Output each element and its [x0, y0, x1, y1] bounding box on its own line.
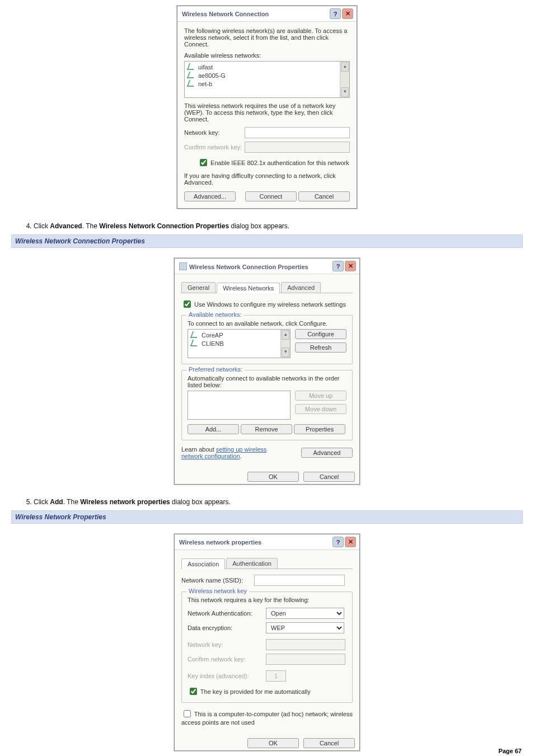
titlebar: Wireless Network Connection ? ✕	[177, 6, 357, 22]
ieee-checkbox[interactable]	[200, 159, 207, 166]
chevron-down-icon[interactable]: ▾	[282, 348, 289, 357]
confirm-key-input	[245, 142, 350, 153]
close-icon[interactable]: ✕	[345, 261, 356, 271]
section-heading: Wireless Network Properties	[11, 510, 523, 524]
list-item[interactable]: uifast	[187, 63, 347, 71]
available-networks-group: Available networks: To connect to an ava…	[181, 315, 353, 364]
adhoc-checkbox[interactable]	[184, 710, 191, 717]
close-icon[interactable]: ✕	[345, 537, 356, 547]
adhoc-label: This is a computer-to-computer (ad hoc) …	[181, 711, 353, 726]
list-item[interactable]: CoreAP	[190, 331, 288, 339]
learn-about-text: Learn about setting up wireless network …	[181, 446, 288, 459]
tab-association[interactable]: Association	[181, 558, 225, 569]
ieee-label: Enable IEEE 802.1x authentication for th…	[210, 159, 349, 166]
key-index-spinner: 1	[266, 670, 286, 682]
help-icon[interactable]: ?	[332, 537, 344, 547]
help-icon[interactable]: ?	[332, 261, 344, 271]
signal-icon	[187, 72, 196, 78]
window-icon	[179, 262, 187, 270]
auth-select[interactable]: Open	[266, 608, 344, 619]
step-5: Click Add. The Wireless network properti…	[34, 498, 523, 506]
dialog-title: Wireless Network Connection	[182, 11, 269, 17]
tab-authentication[interactable]: Authentication	[226, 558, 278, 569]
titlebar: Wireless network properties ? ✕	[175, 534, 359, 550]
ok-button[interactable]: OK	[247, 738, 299, 748]
network-key-label: Network key:	[184, 129, 245, 136]
move-up-button: Move up	[295, 391, 346, 401]
connection-properties-dialog: Wireless Network Connection Properties ?…	[174, 258, 360, 485]
titlebar: Wireless Network Connection Properties ?…	[175, 259, 359, 274]
signal-icon	[190, 340, 199, 346]
step-4: Click Advanced. The Wireless Network Con…	[34, 222, 523, 230]
chevron-up-icon[interactable]: ▴	[282, 330, 289, 340]
list-item[interactable]: net-b	[187, 79, 347, 88]
ssid-label: Network name (SSID):	[181, 577, 254, 584]
connect-button[interactable]: Connect	[245, 191, 297, 201]
section-heading: Wireless Network Connection Properties	[11, 234, 523, 248]
tab-advanced[interactable]: Advanced	[281, 282, 321, 293]
tab-wireless-networks[interactable]: Wireless Networks	[217, 283, 280, 293]
preferred-text: Automatically connect to available netwo…	[188, 375, 346, 388]
ok-button[interactable]: OK	[247, 472, 299, 482]
add-button[interactable]: Add...	[188, 424, 239, 434]
properties-button[interactable]: Properties	[294, 424, 345, 434]
available-legend: Available networks:	[186, 311, 244, 318]
configure-button[interactable]: Configure	[295, 329, 346, 339]
refresh-button[interactable]: Refresh	[295, 342, 346, 353]
confirm-net-key-label: Confirm network key:	[188, 656, 266, 663]
key-index-label: Key index (advanced):	[188, 673, 266, 679]
available-list[interactable]: CoreAP CLIENB ▴▾	[188, 329, 291, 358]
network-properties-dialog: Wireless network properties ? ✕ Associat…	[174, 534, 360, 751]
preferred-networks-group: Preferred networks: Automatically connec…	[181, 370, 353, 440]
net-key-label: Network key:	[188, 641, 266, 648]
enc-label: Data encryption:	[188, 624, 266, 631]
list-item[interactable]: ae8005-G	[187, 71, 347, 79]
enc-select[interactable]: WEP	[266, 622, 344, 633]
chevron-down-icon[interactable]: ▾	[341, 87, 349, 97]
signal-icon	[187, 63, 196, 70]
use-windows-label: Use Windows to configure my wireless net…	[194, 301, 346, 308]
intro-text: The following wireless network(s) are av…	[184, 27, 350, 48]
list-item[interactable]: CLIENB	[190, 339, 288, 348]
advanced-button[interactable]: Advanced	[301, 448, 353, 458]
page-number: Page 67	[498, 748, 522, 754]
available-networks-list[interactable]: uifast ae8005-G net-b ▴▾	[184, 61, 350, 98]
scrollbar[interactable]: ▴▾	[340, 62, 349, 97]
scrollbar[interactable]: ▴▾	[280, 330, 290, 358]
requires-key-text: This network requires a key for the foll…	[188, 597, 346, 603]
advanced-button[interactable]: Advanced...	[184, 191, 236, 201]
instruction-list: Click Add. The Wireless network properti…	[11, 498, 523, 506]
preferred-list[interactable]	[188, 391, 291, 420]
wireless-key-group: Wireless network key This network requir…	[181, 591, 353, 703]
close-icon[interactable]: ✕	[342, 8, 353, 19]
available-text: To connect to an available network, clic…	[188, 320, 346, 327]
instruction-list: Click Advanced. The Wireless Network Con…	[11, 222, 523, 230]
move-down-button: Move down	[295, 404, 346, 414]
cancel-button[interactable]: Cancel	[303, 472, 355, 482]
cancel-button[interactable]: Cancel	[303, 738, 355, 748]
network-key-input[interactable]	[245, 127, 350, 138]
available-label: Available wireless networks:	[184, 52, 350, 59]
remove-button[interactable]: Remove	[241, 424, 292, 434]
dialog-title: Wireless Network Connection Properties	[179, 262, 308, 270]
tab-strip: General Wireless Networks Advanced	[181, 282, 353, 293]
use-windows-checkbox[interactable]	[184, 300, 191, 308]
preferred-legend: Preferred networks:	[186, 366, 245, 373]
confirm-net-key-input	[266, 654, 345, 665]
signal-icon	[187, 80, 196, 87]
wnk-legend: Wireless network key	[186, 588, 249, 594]
net-key-input	[266, 639, 345, 650]
tab-strip: Association Authentication	[181, 558, 353, 569]
tab-general[interactable]: General	[181, 282, 216, 293]
auto-key-checkbox[interactable]	[190, 688, 197, 695]
dialog-title: Wireless network properties	[179, 539, 261, 546]
help-icon[interactable]: ?	[330, 8, 341, 19]
auto-key-label: The key is provided for me automatically	[200, 688, 311, 695]
wep-note: This wireless network requires the use o…	[184, 102, 350, 123]
advanced-note: If you are having difficulty connecting …	[184, 172, 350, 186]
cancel-button[interactable]: Cancel	[298, 191, 350, 201]
signal-icon	[190, 331, 199, 338]
auth-label: Network Authentication:	[188, 610, 266, 617]
ssid-input[interactable]	[254, 575, 345, 586]
chevron-up-icon[interactable]: ▴	[341, 62, 349, 72]
